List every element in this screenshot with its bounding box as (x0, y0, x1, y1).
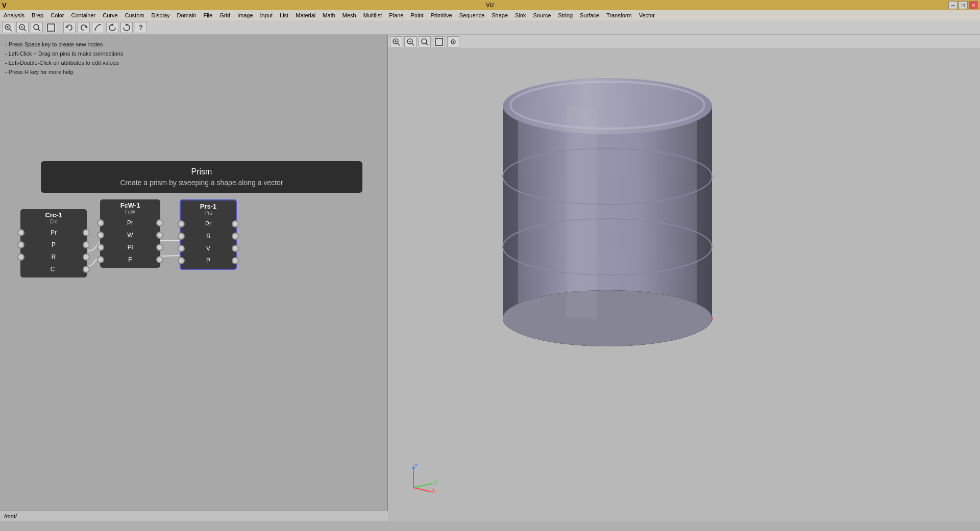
menu-item-color[interactable]: Color (49, 12, 65, 18)
port-prs-s-out[interactable] (232, 233, 239, 240)
node-prs-port-s[interactable]: S (183, 230, 234, 242)
vp-tool-zoom-fit[interactable] (419, 36, 431, 47)
port-prs-v-out[interactable] (232, 245, 239, 252)
vp-tool-zoom-in[interactable] (390, 36, 402, 47)
svg-point-21 (422, 39, 427, 44)
node-editor[interactable]: - Press Space key to create new nodes- L… (0, 35, 388, 521)
menu-item-list[interactable]: List (278, 12, 290, 18)
menu-item-image[interactable]: Image (236, 12, 255, 18)
viewport[interactable]: Z X Y (388, 35, 980, 521)
port-fcw-w-out[interactable] (156, 232, 163, 239)
node-prs-port-v[interactable]: V (183, 242, 234, 255)
menu-item-analysis[interactable]: Analysis (2, 12, 26, 18)
node-prs-header: Prs-1 Prs (181, 200, 236, 218)
node-crc-port-c[interactable]: C (22, 263, 85, 275)
port-prs-p-in[interactable] (178, 257, 185, 264)
tool-undo[interactable] (63, 22, 76, 33)
tool-select[interactable] (45, 22, 57, 33)
port-prs-s-in[interactable] (178, 233, 185, 240)
menu-item-domain[interactable]: Domain (176, 12, 198, 18)
port-crc-c-out[interactable] (83, 266, 90, 273)
close-button[interactable]: ✕ (969, 1, 978, 9)
svg-text:Z: Z (414, 464, 418, 469)
cylinder-3d (480, 65, 735, 371)
node-fcw-type: FcW (103, 209, 157, 215)
menu-item-sink[interactable]: Sink (513, 12, 527, 18)
menu-item-string[interactable]: String (556, 12, 574, 18)
tool-zoom-out[interactable] (16, 22, 29, 33)
node-fcw-port-f[interactable]: F (102, 254, 158, 266)
menu-item-primitive[interactable]: Primitive (429, 12, 454, 18)
node-fcw-header: FcW-1 FcW (100, 199, 160, 217)
port-crc-r-in[interactable] (17, 254, 24, 261)
minimize-button[interactable]: ─ (948, 1, 958, 9)
svg-line-8 (38, 29, 40, 31)
menu-item-input[interactable]: Input (259, 12, 274, 18)
menu-item-container[interactable]: Container (70, 12, 97, 18)
menu-item-math[interactable]: Math (321, 12, 336, 18)
tool-redo[interactable] (78, 22, 90, 33)
port-fcw-f-in[interactable] (97, 256, 104, 263)
menu-item-source[interactable]: Source (531, 12, 552, 18)
port-crc-p-out[interactable] (83, 241, 90, 248)
port-crc-r-out[interactable] (83, 254, 90, 261)
vp-tool-zoom-out[interactable] (404, 36, 416, 47)
port-fcw-pl-out[interactable] (156, 244, 163, 251)
menu-item-plane[interactable]: Plane (387, 12, 405, 18)
menu-item-point[interactable]: Point (409, 12, 425, 18)
menu-item-brep[interactable]: Brep (30, 12, 45, 18)
tool-zoom-in[interactable] (2, 22, 14, 33)
menu-item-mesh[interactable]: Mesh (341, 12, 358, 18)
menu-item-grid[interactable]: Grid (218, 12, 232, 18)
node-fcw[interactable]: FcW-1 FcW Pr W Pl (100, 199, 160, 268)
menu-item-file[interactable]: File (202, 12, 214, 18)
menu-item-display[interactable]: Display (150, 12, 171, 18)
node-fcw-port-pl[interactable]: Pl (102, 241, 158, 254)
menu-item-transform[interactable]: Transform (605, 12, 633, 18)
port-prs-p-out[interactable] (232, 257, 239, 264)
port-fcw-f-out[interactable] (156, 256, 163, 263)
tool-rotate-right[interactable] (120, 22, 133, 33)
menu-item-multilist[interactable]: Multilist (362, 12, 384, 18)
svg-line-15 (398, 43, 400, 45)
vp-tool-select[interactable] (433, 36, 445, 47)
port-fcw-pr-out[interactable] (156, 219, 163, 226)
menu-item-vector[interactable]: Vector (638, 12, 656, 18)
node-crc[interactable]: Crc-1 Crc Pr P R (20, 209, 87, 277)
node-prs-port-p[interactable]: P (183, 255, 234, 267)
menu-item-curve[interactable]: Curve (101, 12, 119, 18)
node-prs-port-pr[interactable]: Pr (183, 218, 234, 230)
port-prs-v-in[interactable] (178, 245, 185, 252)
node-crc-port-r[interactable]: R (22, 251, 85, 263)
svg-rect-9 (47, 24, 55, 31)
tool-curve[interactable] (92, 22, 104, 33)
menu-item-custom[interactable]: Custom (124, 12, 146, 18)
menu-item-surface[interactable]: Surface (578, 12, 601, 18)
menu-item-material[interactable]: Material (294, 12, 317, 18)
help-line: - Press Space key to create new nodes (5, 40, 123, 49)
menu-item-sequence[interactable]: Sequence (458, 12, 486, 18)
port-crc-pr-in[interactable] (17, 229, 24, 236)
node-crc-port-pr[interactable]: Pr (22, 226, 85, 239)
port-prs-pr-out[interactable] (232, 220, 239, 227)
svg-rect-29 (503, 106, 518, 318)
port-fcw-w-in[interactable] (97, 232, 104, 239)
port-crc-pr-out[interactable] (83, 229, 90, 236)
tool-rotate-left[interactable] (106, 22, 118, 33)
svg-text:X: X (432, 488, 435, 493)
main-layout: - Press Space key to create new nodes- L… (0, 35, 980, 521)
node-prs[interactable]: Prs-1 Prs Pr S V (180, 199, 237, 270)
node-crc-port-p[interactable]: P (22, 239, 85, 251)
menu-item-shape[interactable]: Shape (490, 12, 509, 18)
tool-zoom-fit[interactable] (31, 22, 43, 33)
vp-tool-settings[interactable] (447, 36, 459, 47)
help-line: - Press H key for more help (5, 67, 123, 77)
tool-help[interactable]: ? (135, 22, 147, 33)
port-crc-p-in[interactable] (17, 241, 24, 248)
node-fcw-port-w[interactable]: W (102, 229, 158, 241)
restore-button[interactable]: □ (959, 1, 968, 9)
node-fcw-port-pr[interactable]: Pr (102, 217, 158, 229)
port-fcw-pr-in[interactable] (97, 219, 104, 226)
port-prs-pr-in[interactable] (178, 220, 185, 227)
port-fcw-pl-in[interactable] (97, 244, 104, 251)
